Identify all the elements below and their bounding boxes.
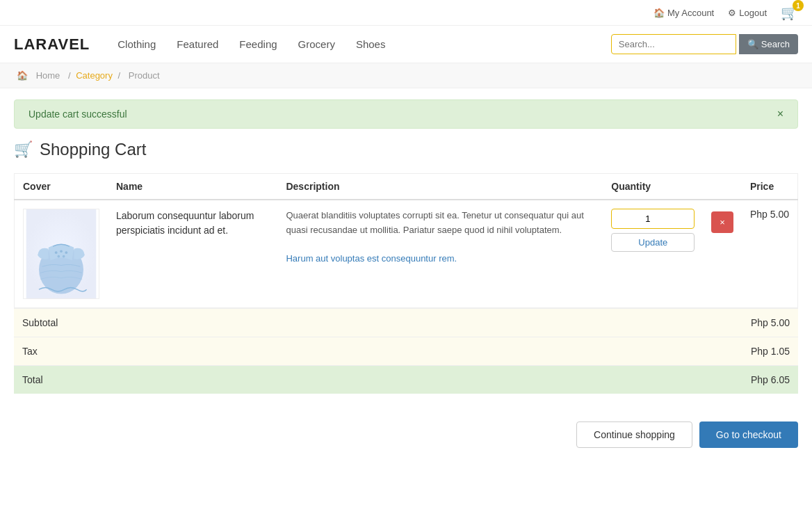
- tax-value: Php 1.05: [751, 346, 790, 357]
- quantity-cell: Update: [603, 200, 703, 308]
- logo[interactable]: LARAVEL: [14, 35, 90, 54]
- go-to-checkout-button[interactable]: Go to checkout: [699, 421, 798, 448]
- search-icon: 🔍: [747, 39, 758, 49]
- breadcrumb-sep-2: /: [118, 70, 123, 81]
- continue-shopping-button[interactable]: Continue shopping: [576, 421, 692, 448]
- logout-link[interactable]: ⚙ Logout: [728, 8, 767, 18]
- product-name: Laborum consequuntur laborum perspiciati…: [116, 210, 254, 236]
- home-icon: 🏠: [653, 8, 665, 18]
- col-header-quantity: Quantity: [603, 174, 742, 200]
- col-header-description: Description: [277, 174, 603, 200]
- total-value: Php 6.05: [751, 374, 790, 385]
- svg-point-6: [63, 255, 65, 258]
- total-label: Total: [22, 374, 43, 385]
- main-content: 🛒 Shopping Cart Cover Name Description Q…: [0, 140, 812, 408]
- my-account-link[interactable]: 🏠 My Account: [653, 8, 714, 18]
- breadcrumb-current: Product: [129, 70, 160, 81]
- col-header-name: Name: [108, 174, 277, 200]
- home-breadcrumb-icon: 🏠: [17, 70, 28, 81]
- product-cover-cell: [15, 200, 108, 308]
- svg-point-4: [65, 251, 67, 254]
- product-desc-cell: Quaerat blanditiis voluptates corrupti s…: [277, 200, 603, 308]
- quantity-input[interactable]: [611, 209, 695, 229]
- search-button[interactable]: 🔍 Search: [739, 34, 798, 54]
- alert-close-button[interactable]: ×: [777, 109, 783, 120]
- search-input[interactable]: [611, 34, 736, 54]
- delete-cell: ×: [703, 200, 742, 308]
- table-header-row: Cover Name Description Quantity Price: [15, 174, 798, 200]
- main-nav: Clothing Featured Feeding Grocery Shoes: [117, 38, 611, 50]
- delete-button[interactable]: ×: [711, 211, 733, 233]
- update-button[interactable]: Update: [611, 233, 695, 252]
- page-title: 🛒 Shopping Cart: [14, 140, 798, 159]
- svg-point-2: [55, 251, 58, 254]
- svg-point-3: [60, 250, 63, 253]
- success-alert: Update cart successful ×: [14, 99, 798, 129]
- product-name-cell: Laborum consequuntur laborum perspiciati…: [108, 200, 277, 308]
- nav-shoes[interactable]: Shoes: [356, 38, 386, 50]
- col-header-price: Price: [742, 174, 798, 200]
- subtotal-row: Subtotal Php 5.00: [14, 308, 798, 337]
- breadcrumb-home[interactable]: 🏠 Home: [14, 70, 65, 81]
- quantity-controls: Update: [611, 209, 695, 252]
- subtotal-value: Php 5.00: [751, 317, 790, 328]
- search-area: 🔍 Search: [611, 34, 798, 54]
- breadcrumb-sep-1: /: [68, 70, 73, 81]
- col-header-cover: Cover: [15, 174, 108, 200]
- nav-clothing[interactable]: Clothing: [117, 38, 156, 50]
- breadcrumb: 🏠 Home / Category / Product: [0, 63, 812, 88]
- top-bar: 🏠 My Account ⚙ Logout 🛒 1: [0, 0, 812, 26]
- total-row: Total Php 6.05: [14, 365, 798, 394]
- tax-row: Tax Php 1.05: [14, 337, 798, 365]
- nav-grocery[interactable]: Grocery: [298, 38, 335, 50]
- price-cell: Php 5.00: [742, 200, 798, 308]
- action-buttons: Continue shopping Go to checkout: [0, 408, 812, 455]
- header: LARAVEL Clothing Featured Feeding Grocer…: [0, 26, 812, 63]
- nav-feeding[interactable]: Feeding: [239, 38, 277, 50]
- cart-table: Cover Name Description Quantity Price: [14, 173, 798, 308]
- product-description: Quaerat blanditiis voluptates corrupti s…: [286, 210, 583, 264]
- table-row: Laborum consequuntur laborum perspiciati…: [15, 200, 798, 308]
- alert-message: Update cart successful: [29, 109, 127, 120]
- shopping-cart-icon: 🛒: [14, 140, 33, 159]
- svg-point-5: [58, 255, 60, 258]
- logout-icon: ⚙: [728, 8, 736, 18]
- cart-icon-wrapper[interactable]: 🛒 1: [781, 4, 798, 21]
- subtotal-label: Subtotal: [22, 317, 58, 328]
- tax-label: Tax: [22, 346, 38, 357]
- nav-featured[interactable]: Featured: [177, 38, 218, 50]
- breadcrumb-category[interactable]: Category: [76, 70, 113, 81]
- product-image: [23, 209, 99, 299]
- cart-badge: 1: [793, 0, 804, 11]
